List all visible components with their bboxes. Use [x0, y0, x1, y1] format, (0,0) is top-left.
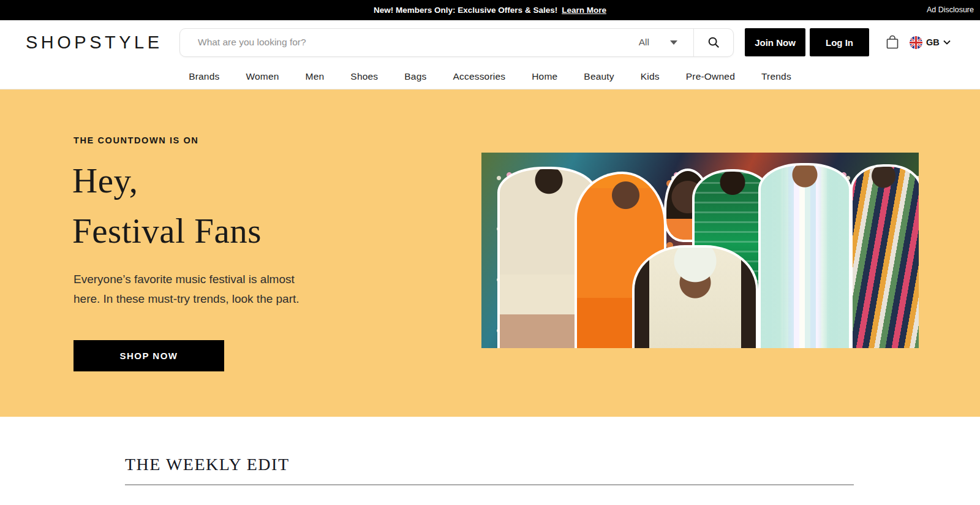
collage-figure-pastel-shirt [758, 163, 851, 348]
search-button[interactable] [694, 29, 733, 56]
locale-code: GB [926, 37, 940, 47]
search-category-dropdown[interactable]: All [639, 29, 693, 56]
header-top-row: SHOPSTYLE All Join Now Log In [0, 20, 980, 64]
shopping-bag-icon [886, 35, 899, 50]
nav-item-trends[interactable]: Trends [761, 71, 791, 82]
promo-banner: New! Members Only: Exclusive Offers & Sa… [0, 0, 980, 20]
chevron-down-icon [943, 40, 951, 45]
nav-item-brands[interactable]: Brands [189, 71, 219, 82]
collage-figure-striped-dress [850, 164, 919, 348]
nav-item-pre-owned[interactable]: Pre-Owned [686, 71, 735, 82]
shopstyle-logo[interactable]: SHOPSTYLE [26, 32, 156, 53]
weekly-edit-divider [125, 484, 854, 485]
hero-eyebrow: THE COUNTDOWN IS ON [74, 135, 198, 145]
collage-figure-bucket-hat [632, 245, 758, 348]
join-now-button[interactable]: Join Now [745, 28, 805, 56]
hero-title-line1: Hey, [72, 156, 262, 206]
locale-selector[interactable]: GB [910, 36, 951, 49]
gb-flag-icon [910, 36, 922, 49]
caret-down-icon [670, 40, 677, 45]
search-category-value: All [639, 37, 649, 48]
hero-banner: THE COUNTDOWN IS ON Hey, Festival Fans E… [0, 89, 980, 417]
weekly-edit-title: THE WEEKLY EDIT [125, 455, 980, 474]
log-in-button[interactable]: Log In [810, 28, 869, 56]
learn-more-link[interactable]: Learn More [562, 6, 606, 15]
weekly-edit-section: THE WEEKLY EDIT [0, 417, 980, 485]
nav-item-bags[interactable]: Bags [404, 71, 426, 82]
nav-item-home[interactable]: Home [532, 71, 557, 82]
nav-item-accessories[interactable]: Accessories [453, 71, 505, 82]
search-input[interactable] [180, 29, 639, 56]
shop-now-button[interactable]: SHOP NOW [74, 340, 224, 371]
search-bar: All [179, 28, 734, 57]
hero-title: Hey, Festival Fans [72, 156, 262, 256]
hero-title-line2: Festival Fans [72, 206, 262, 256]
nav-item-beauty[interactable]: Beauty [584, 71, 614, 82]
site-header: SHOPSTYLE All Join Now Log In [0, 20, 980, 89]
nav-item-kids[interactable]: Kids [641, 71, 660, 82]
nav-item-women[interactable]: Women [246, 71, 279, 82]
ad-disclosure-link[interactable]: Ad Disclosure [927, 6, 974, 14]
promo-text: New! Members Only: Exclusive Offers & Sa… [374, 6, 557, 15]
search-icon [707, 36, 720, 49]
nav-item-men[interactable]: Men [306, 71, 325, 82]
main-nav: Brands Women Men Shoes Bags Accessories … [0, 64, 980, 89]
hero-image[interactable] [481, 153, 919, 348]
nav-item-shoes[interactable]: Shoes [350, 71, 378, 82]
cart-button[interactable] [886, 35, 899, 50]
hero-description: Everyone’s favorite music festival is al… [74, 270, 306, 308]
